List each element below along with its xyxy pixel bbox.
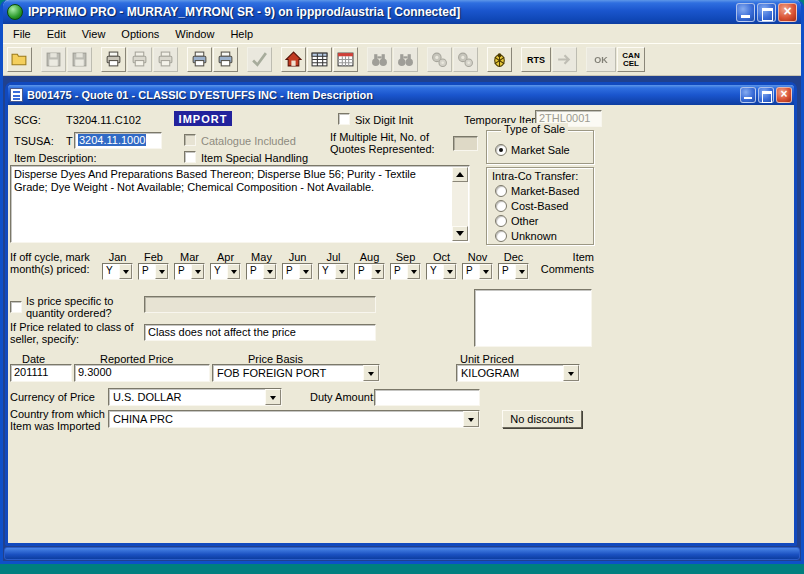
scroll-up-icon[interactable]	[452, 167, 468, 182]
month-select-aug[interactable]: P	[354, 263, 385, 280]
radio-cost-based[interactable]	[495, 200, 507, 212]
price-specific-checkbox[interactable]	[10, 301, 22, 313]
price-basis-value: FOB FOREIGN PORT	[217, 367, 326, 379]
chevron-down-icon[interactable]	[479, 264, 492, 279]
month-select-oct[interactable]: Y	[426, 263, 457, 280]
radio-other[interactable]	[495, 215, 507, 227]
duty-amount-field[interactable]	[374, 389, 480, 406]
print-button[interactable]	[101, 47, 126, 72]
month-value-jul: Y	[322, 265, 329, 276]
quote-close-button[interactable]	[776, 87, 792, 103]
save-all-button	[67, 47, 92, 72]
month-select-dec[interactable]: P	[498, 263, 529, 280]
close-button[interactable]	[778, 3, 797, 22]
six-digit-init-checkbox[interactable]	[338, 113, 350, 125]
import-button[interactable]: IMPORT	[174, 111, 232, 126]
bug-button[interactable]	[487, 47, 512, 72]
month-value-jun: P	[286, 265, 293, 276]
cancel-button-label: CAN CEL	[618, 52, 644, 68]
chevron-down-icon[interactable]	[443, 264, 456, 279]
main-titlebar[interactable]: IPPPRIMO PRO - MURRAY_MYRON( SR - 9) on …	[3, 0, 801, 24]
rts-button[interactable]: RTS	[521, 47, 551, 72]
no-discounts-button[interactable]: No discounts	[502, 410, 582, 428]
open-folder-icon	[11, 51, 28, 68]
chevron-down-icon[interactable]	[191, 264, 204, 279]
print-setup-icon	[157, 51, 174, 68]
item-description-textarea[interactable]: Disperse Dyes And Preparations Based The…	[10, 165, 470, 243]
cancel-button[interactable]: CAN CEL	[617, 47, 645, 72]
month-value-nov: P	[466, 265, 473, 276]
chevron-down-icon[interactable]	[155, 264, 168, 279]
menu-help[interactable]: Help	[222, 26, 261, 42]
currency-value: U.S. DOLLAR	[113, 391, 181, 403]
month-select-jun[interactable]: P	[282, 263, 313, 280]
country-select[interactable]: CHINA PRC	[108, 410, 480, 428]
home-button[interactable]	[281, 47, 306, 72]
currency-label: Currency of Price	[10, 391, 95, 403]
menu-file[interactable]: File	[5, 26, 39, 42]
radio-unknown[interactable]	[495, 230, 507, 242]
scroll-down-icon[interactable]	[452, 226, 468, 241]
chevron-down-icon[interactable]	[363, 365, 379, 381]
calendar-button[interactable]	[333, 47, 358, 72]
print-report-button[interactable]	[187, 47, 212, 72]
description-scrollbar[interactable]	[452, 167, 468, 241]
month-select-mar[interactable]: P	[174, 263, 205, 280]
quote-window-icon	[10, 88, 23, 102]
chevron-down-icon[interactable]	[407, 264, 420, 279]
binoculars-icon	[371, 51, 388, 68]
print-forms-button[interactable]	[213, 47, 238, 72]
radio-unknown-label: Unknown	[511, 230, 557, 242]
menu-view[interactable]: View	[74, 26, 114, 42]
chevron-down-icon[interactable]	[227, 264, 240, 279]
chevron-down-icon[interactable]	[299, 264, 312, 279]
menu-window[interactable]: Window	[167, 26, 222, 42]
month-select-apr[interactable]: Y	[210, 263, 241, 280]
reported-price-field[interactable]: 9.3000	[74, 364, 210, 382]
item-comments-box[interactable]	[474, 289, 592, 347]
grid-view-button[interactable]	[307, 47, 332, 72]
open-folder-button[interactable]	[7, 47, 32, 72]
chevron-down-icon[interactable]	[463, 411, 479, 427]
chevron-down-icon[interactable]	[265, 389, 281, 405]
month-select-nov[interactable]: P	[462, 263, 493, 280]
print-preview-icon	[131, 51, 148, 68]
quote-maximize-button[interactable]	[758, 87, 774, 103]
chevron-down-icon[interactable]	[563, 365, 579, 381]
radio-market-based[interactable]	[495, 185, 507, 197]
month-select-sep[interactable]: P	[390, 263, 421, 280]
currency-select[interactable]: U.S. DOLLAR	[108, 388, 282, 406]
price-basis-select[interactable]: FOB FOREIGN PORT	[212, 364, 380, 382]
month-label-oct: Oct	[426, 251, 457, 263]
minimized-window-strip[interactable]	[4, 547, 800, 560]
tsusa-field[interactable]: 3204.11.1000	[74, 132, 162, 149]
month-select-feb[interactable]: P	[138, 263, 169, 280]
chevron-down-icon[interactable]	[263, 264, 276, 279]
month-select-jul[interactable]: Y	[318, 263, 349, 280]
maximize-button[interactable]	[757, 3, 776, 22]
country-value: CHINA PRC	[113, 413, 173, 425]
save-button	[41, 47, 66, 72]
quote-window-title: B001475 - Quote 01 - CLASSIC DYESTUFFS I…	[27, 89, 738, 101]
class-of-seller-field[interactable]: Class does not affect the price	[144, 324, 376, 341]
menu-options[interactable]: Options	[113, 26, 167, 42]
chevron-down-icon[interactable]	[371, 264, 384, 279]
chevron-down-icon[interactable]	[335, 264, 348, 279]
radio-market-sale[interactable]	[495, 144, 507, 156]
bug-icon	[491, 51, 508, 68]
unit-priced-select[interactable]: KILOGRAM	[456, 364, 580, 382]
month-select-may[interactable]: P	[246, 263, 277, 280]
chevron-down-icon[interactable]	[119, 264, 132, 279]
item-special-handling-checkbox[interactable]	[184, 151, 196, 163]
menu-edit[interactable]: Edit	[39, 26, 74, 42]
quote-titlebar[interactable]: B001475 - Quote 01 - CLASSIC DYESTUFFS I…	[8, 85, 794, 105]
quote-window: B001475 - Quote 01 - CLASSIC DYESTUFFS I…	[5, 82, 797, 546]
month-value-sep: P	[394, 265, 401, 276]
forward-arrow-icon	[556, 51, 573, 68]
chevron-down-icon[interactable]	[515, 264, 528, 279]
month-select-jan[interactable]: Y	[102, 263, 133, 280]
minimize-button[interactable]	[736, 3, 755, 22]
date-field[interactable]: 201111	[10, 364, 72, 382]
quote-minimize-button[interactable]	[740, 87, 756, 103]
month-label-dec: Dec	[498, 251, 529, 263]
